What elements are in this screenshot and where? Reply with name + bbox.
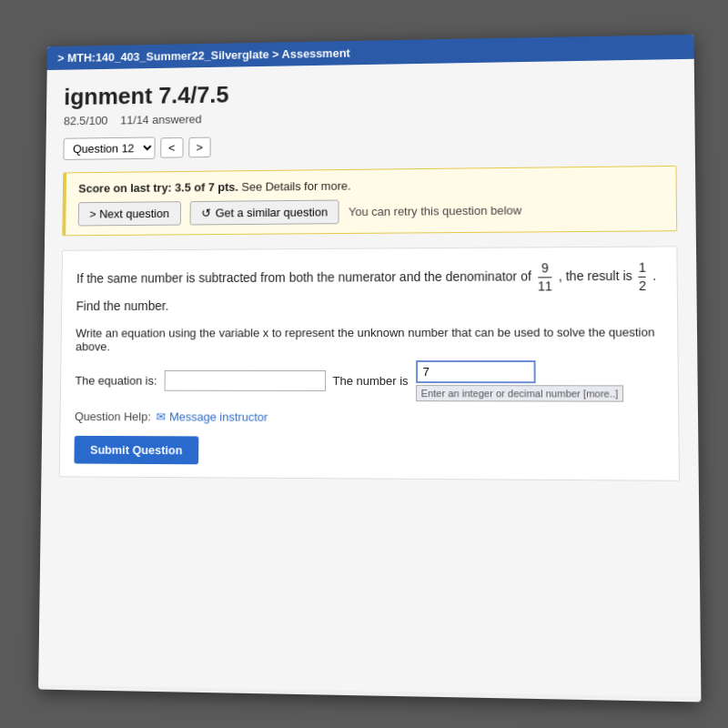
breadcrumb: > MTH:140_403_Summer22_Silverglate > Ass… (57, 46, 350, 65)
fraction-1-line (538, 277, 552, 278)
browser-window: > MTH:140_403_Summer22_Silverglate > Ass… (38, 35, 701, 702)
fraction-1: 9 11 (538, 260, 552, 294)
refresh-icon: ↺ (201, 207, 211, 220)
score-banner-value: 3.5 of 7 pts. (175, 180, 238, 194)
page-title: ignment 7.4/7.5 (64, 74, 676, 111)
write-eq-text: Write an equation using the variable x t… (76, 325, 655, 353)
question-text: If the same number is subtracted from bo… (76, 260, 662, 316)
score-banner-details: See Details for more. (241, 179, 350, 194)
question-body: If the same number is subtracted from bo… (59, 246, 680, 480)
action-btns: > Next question ↺ Get a similar question… (78, 197, 663, 226)
question-text-middle: , the result is (559, 268, 632, 284)
question-select[interactable]: Question 12 (63, 136, 155, 159)
number-field-group: Enter an integer or decimal number [more… (416, 360, 624, 402)
score-banner-label: Score on last try: (78, 181, 172, 196)
number-label: The number is (333, 374, 409, 388)
input-hint: Enter an integer or decimal number [more… (416, 385, 624, 402)
screen: > MTH:140_403_Summer22_Silverglate > Ass… (0, 0, 728, 728)
next-page-button[interactable]: > (188, 137, 211, 158)
answered: 11/14 answered (120, 113, 202, 127)
eq-label: The equation is: (75, 374, 157, 388)
question-nav: Question 12 < > (63, 130, 676, 160)
help-row: Question Help: ✉ Message instructor (75, 410, 663, 425)
similar-question-button[interactable]: ↺ Get a similar question (189, 200, 339, 226)
message-instructor-link[interactable]: ✉ Message instructor (156, 410, 268, 423)
fraction-1-denominator: 11 (538, 278, 552, 294)
next-question-button[interactable]: > Next question (78, 201, 181, 226)
equation-row: The equation is: The number is Enter an … (75, 360, 662, 402)
retry-text: You can retry this question below (349, 204, 522, 219)
fraction-2-denominator: 2 (639, 278, 646, 294)
fraction-1-numerator: 9 (541, 260, 549, 276)
submit-button[interactable]: Submit Question (74, 436, 198, 464)
similar-question-label: Get a similar question (216, 206, 329, 220)
fraction-2-line (639, 277, 646, 278)
score-value: 82.5/100 (64, 114, 108, 127)
write-eq-row: Write an equation using the variable x t… (76, 325, 662, 353)
equation-input[interactable] (164, 370, 326, 391)
help-label: Question Help: (75, 410, 151, 423)
number-input[interactable] (416, 360, 536, 383)
fraction-2: 1 2 (639, 260, 646, 294)
question-text-before: If the same number is subtracted from bo… (76, 268, 531, 285)
message-instructor-label: Message instructor (169, 410, 268, 423)
score-banner: Score on last try: 3.5 of 7 pts. See Det… (62, 166, 677, 236)
content-area: ignment 7.4/7.5 82.5/100 11/14 answered … (38, 59, 701, 697)
prev-button[interactable]: < (160, 137, 183, 158)
score-banner-text: Score on last try: 3.5 of 7 pts. See Det… (78, 176, 662, 195)
envelope-icon: ✉ (156, 410, 166, 423)
fraction-2-numerator: 1 (639, 260, 646, 276)
